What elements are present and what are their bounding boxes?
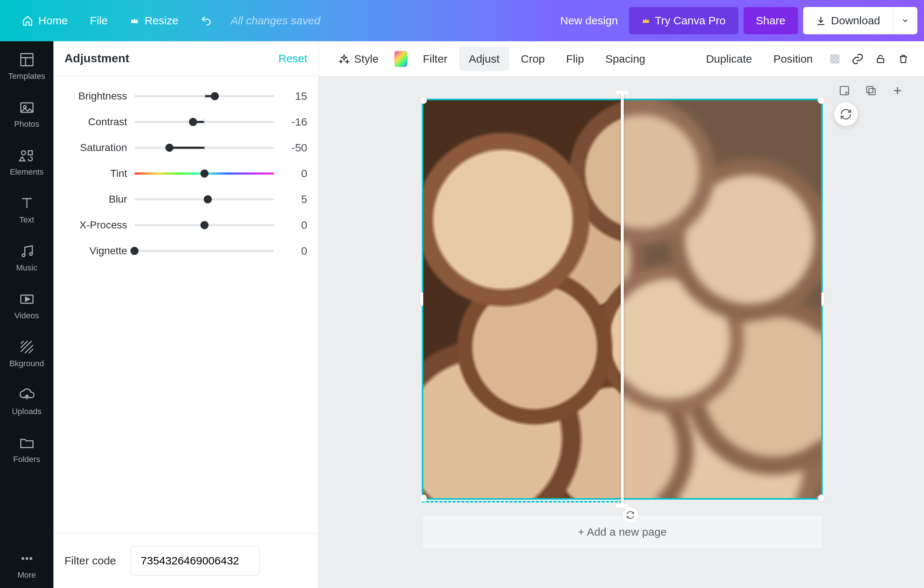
transparency-button[interactable] [825,49,845,69]
file-button[interactable]: File [79,8,119,33]
rail-uploads[interactable]: Uploads [0,377,53,424]
color-chip[interactable] [391,47,411,71]
rail-elements[interactable]: Elements [0,137,53,185]
rail-more[interactable]: More [0,540,53,588]
videos-icon [19,291,35,307]
artboard[interactable] [422,99,823,500]
slider-saturation: Saturation-50 [64,135,307,161]
page-sync-button[interactable] [622,507,639,523]
resize-handle-tr[interactable] [818,96,825,104]
slider-track-tint[interactable] [134,172,274,175]
lock-icon [875,53,886,64]
share-button[interactable]: Share [744,7,798,34]
slider-track-saturation[interactable] [134,147,274,149]
home-button[interactable]: Home [11,8,79,33]
page-add-button[interactable] [889,83,906,99]
rail-label: More [17,570,36,580]
page-duplicate-button[interactable] [863,83,879,99]
slider-label: Vignette [64,245,127,257]
resize-handle-mr[interactable] [821,292,825,307]
canvas-stage[interactable]: + Add a new page [319,77,924,588]
rail-text[interactable]: Text [0,185,53,233]
left-rail: Templates Photos Elements Text Music Vid… [0,41,53,588]
slider-value: -50 [282,142,307,154]
undo-button[interactable] [190,8,223,33]
slider-track-xprocess[interactable] [134,224,274,226]
duplicate-button[interactable]: Duplicate [696,47,762,71]
rail-label: Music [16,263,37,273]
download-label: Download [831,14,880,27]
flip-button[interactable]: Flip [557,47,594,71]
resize-label: Resize [144,14,178,27]
crop-button[interactable]: Crop [512,47,554,71]
rail-videos[interactable]: Videos [0,281,53,329]
link-button[interactable] [847,49,868,69]
elements-icon [19,147,35,164]
slider-track-vignette[interactable] [134,250,274,252]
download-menu-button[interactable] [893,7,917,34]
filter-button[interactable]: Filter [413,47,457,71]
slider-knob[interactable] [130,247,139,255]
svg-point-5 [30,253,32,255]
rail-background[interactable]: Bkground [0,329,53,377]
resize-handle-tl[interactable] [420,96,427,104]
compare-divider-handle[interactable] [621,93,624,505]
slider-knob[interactable] [204,195,212,203]
position-button[interactable]: Position [764,47,822,71]
rail-label: Templates [8,71,45,81]
svg-point-7 [21,557,24,560]
try-pro-label: Try Canva Pro [655,14,725,27]
try-pro-button[interactable]: Try Canva Pro [629,7,738,34]
adjust-label: Adjust [469,53,499,65]
rail-music[interactable]: Music [0,233,53,281]
panel-title: Adjustment [64,51,129,65]
slider-knob[interactable] [200,221,208,229]
slider-value: 15 [282,90,307,102]
add-page-button[interactable]: + Add a new page [422,515,823,549]
style-button[interactable]: Style [329,47,388,71]
delete-button[interactable] [893,50,914,68]
music-icon [19,243,35,259]
filter-code-input[interactable] [131,546,260,575]
reset-rotation-button[interactable] [834,102,858,126]
flip-label: Flip [566,53,584,65]
adjust-button[interactable]: Adjust [459,47,509,71]
reset-button[interactable]: Reset [279,52,307,65]
lock-button[interactable] [870,50,891,68]
slider-knob[interactable] [165,144,173,152]
resize-handle-bl[interactable] [420,494,427,502]
rail-folders[interactable]: Folders [0,424,53,472]
slider-contrast: Contrast-16 [64,109,307,135]
svg-rect-0 [21,54,33,66]
resize-handle-ml[interactable] [420,292,423,307]
slider-value: -16 [282,116,307,128]
rail-templates[interactable]: Templates [0,41,53,89]
new-design-button[interactable]: New design [549,8,629,33]
spacing-button[interactable]: Spacing [596,47,655,71]
resize-handle-br[interactable] [818,494,825,502]
slider-knob[interactable] [189,118,197,126]
slider-xprocess: X-Process0 [64,212,307,238]
page-notes-button[interactable] [836,83,853,99]
slider-track-brightness[interactable] [134,95,274,97]
rail-photos[interactable]: Photos [0,89,53,137]
slider-knob[interactable] [211,92,219,100]
slider-value: 0 [282,219,307,231]
svg-rect-14 [877,58,884,62]
uploads-icon [19,387,35,403]
rotate-icon [840,108,852,121]
top-bar: Home File Resize All changes saved New d… [0,0,924,41]
slider-label: Saturation [64,142,127,154]
more-icon [19,550,35,567]
download-button[interactable]: Download [803,7,893,34]
svg-point-9 [30,557,32,560]
crown-icon [130,16,139,25]
slider-track-contrast[interactable] [134,121,274,123]
background-icon [19,339,35,355]
slider-track-blur[interactable] [134,198,274,200]
resize-button[interactable]: Resize [119,8,190,33]
selected-photo[interactable] [422,99,823,500]
link-icon [851,53,864,65]
context-toolbar: Style Filter Adjust Crop Flip Spacing Du… [319,41,924,77]
slider-knob[interactable] [200,170,208,178]
